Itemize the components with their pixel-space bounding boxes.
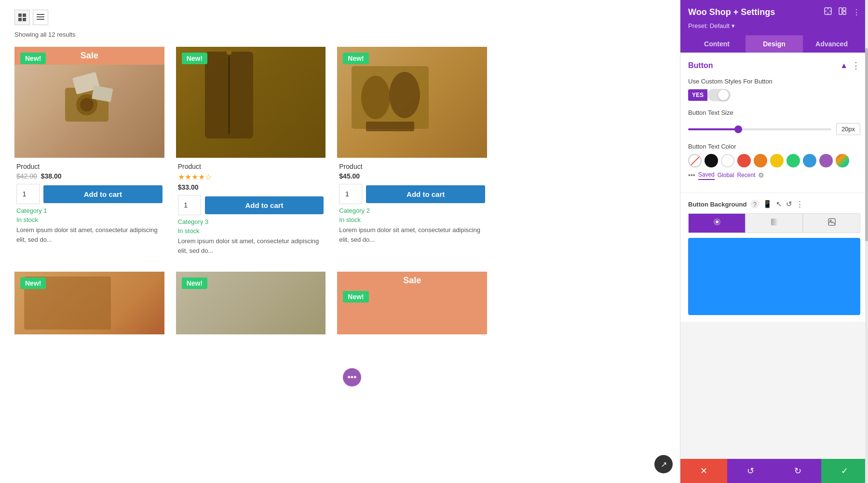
color-swatch-black[interactable] [705,154,718,167]
category-link[interactable]: Category 3 [178,218,324,225]
svg-point-16 [361,76,390,119]
color-swatch-white[interactable] [721,154,734,167]
bg-cursor-icon[interactable]: ↖ [776,200,782,208]
price-new: $33.00 [178,183,199,191]
product-price: $45.00 [339,172,485,180]
color-tab-recent[interactable]: Recent [737,171,755,179]
bg-type-color[interactable] [688,213,746,233]
tab-content[interactable]: Content [688,35,746,53]
redo-button[interactable]: ↻ [774,459,821,483]
add-to-cart-button[interactable]: Add to cart [366,185,485,203]
svg-rect-18 [366,122,414,131]
color-tab-saved[interactable]: Saved [698,170,715,180]
section-more-button[interactable]: ⋮ [852,60,860,71]
color-swatch-orange[interactable] [754,154,767,167]
text-size-label: Button Text Size [688,109,733,116]
bg-undo-icon[interactable]: ↺ [786,200,792,208]
product-name: Product [339,163,485,170]
quantity-input[interactable] [339,184,362,204]
add-to-cart-row: Add to cart [178,195,324,215]
add-to-cart-row: Add to cart [339,184,485,204]
bg-more-icon[interactable]: ⋮ [796,200,803,208]
color-swatch-pen[interactable] [836,154,849,167]
product-name: Product [178,163,324,170]
svg-rect-14 [227,51,231,55]
range-track[interactable] [688,128,831,130]
slider-value[interactable]: 20px [836,123,860,135]
svg-rect-3 [23,18,26,21]
scrollbar-thumb[interactable] [865,48,868,241]
product-description: Lorem ipsum dolor sit amet, consectetur … [178,236,324,255]
bg-mobile-icon[interactable]: 📱 [763,200,772,208]
product-card: New! [14,272,164,334]
bg-help-icon[interactable]: ? [750,200,759,208]
toggle-knob [718,90,729,100]
in-stock-label: In stock [339,216,485,223]
layout-icon[interactable] [838,7,847,17]
slider-container: 20px [688,123,860,135]
preset-chevron-icon[interactable]: ▾ [732,22,735,29]
product-card: New! Product $45.00 Add to cart Category… [337,47,487,260]
add-to-cart-button[interactable]: Add to cart [205,196,324,214]
bg-type-gradient[interactable] [746,213,803,233]
new-badge: New! [182,277,207,289]
in-stock-label: In stock [16,216,163,223]
svg-rect-4 [37,14,44,15]
custom-styles-toggle[interactable] [707,89,731,101]
color-dots-button[interactable]: ••• [688,171,695,179]
star-rating: ★★★★☆ [178,172,324,181]
svg-rect-0 [18,14,22,17]
category-link[interactable]: Category 2 [339,207,485,214]
add-to-cart-button[interactable]: Add to cart [43,185,163,203]
showing-results-text: Showing all 12 results [14,31,665,38]
more-vertical-icon[interactable]: ⋮ [853,8,860,17]
product-image: New! [14,272,164,334]
svg-rect-26 [843,8,846,11]
bg-icon-row: 📱 ↖ ↺ ⋮ [763,200,803,208]
quantity-input[interactable] [16,184,40,204]
list-view-button[interactable] [33,10,48,25]
product-description: Lorem ipsum dolor sit amet, consectetur … [339,225,485,244]
panel-title: Woo Shop + Settings [688,7,775,17]
quantity-input[interactable] [178,195,201,215]
product-card: Sale New! Product $42.00 $38.00 Add to c… [14,47,164,260]
floating-edit-button[interactable]: ↗ [654,455,673,473]
tab-design[interactable]: Design [746,35,803,53]
new-badge: New! [182,53,207,64]
button-section: Button ▲ ⋮ Use Custom Styles For Button … [680,53,868,193]
bg-color-preview[interactable] [688,238,860,315]
bg-type-image[interactable] [803,213,860,233]
scrollbar-track[interactable] [865,0,868,483]
undo-button[interactable]: ↺ [727,459,774,483]
custom-styles-toggle-row: YES [688,89,860,101]
color-swatch-red[interactable] [737,154,751,167]
range-thumb[interactable] [734,125,742,133]
bg-label-text: Button Background [688,201,746,208]
svg-rect-25 [839,8,842,14]
color-swatch-purple[interactable] [819,154,833,167]
color-swatch-transparent[interactable] [688,154,702,167]
cancel-button[interactable]: ✕ [680,459,727,483]
color-swatch-yellow[interactable] [770,154,784,167]
color-tab-global[interactable]: Global [718,171,734,179]
custom-styles-label: Use Custom Styles For Button [688,78,860,85]
section-title: Button [688,61,713,70]
panel-header-icons: ⋮ [824,7,860,17]
text-size-slider-row: Button Text Size 20px [688,109,860,135]
save-button[interactable]: ✓ [821,459,868,483]
category-link[interactable]: Category 1 [16,207,163,214]
product-info: Product $45.00 Add to cart Category 2 In… [337,158,487,249]
grid-view-button[interactable] [14,10,30,25]
svg-point-28 [716,221,719,223]
color-swatch-blue[interactable] [803,154,816,167]
collapse-button[interactable]: ▲ [840,61,848,70]
target-icon[interactable] [824,7,832,17]
price-old: $42.00 [16,172,37,180]
more-options-button[interactable]: ••• [343,368,361,386]
product-image: New! [176,272,326,334]
color-swatch-green[interactable] [787,154,800,167]
color-settings-icon[interactable]: ⚙ [758,171,764,179]
text-color-section: Button Text Color ••• Saved Globa [688,143,860,180]
tab-advanced[interactable]: Advanced [803,35,860,53]
svg-point-17 [389,72,420,118]
